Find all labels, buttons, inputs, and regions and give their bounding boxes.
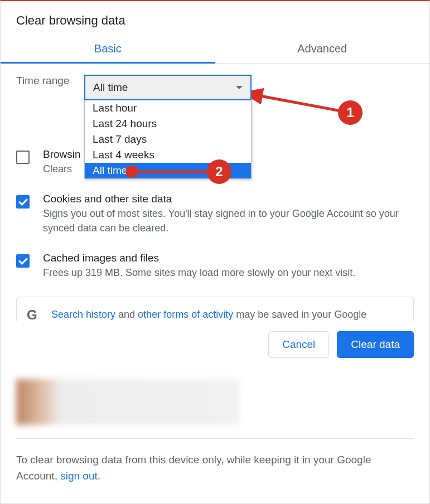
annotation-badge-2: 2 [207, 159, 231, 184]
below-dialog-area: To clear browsing data from this device … [1, 368, 429, 500]
dialog-title: Clear browsing data [1, 1, 429, 35]
row-cache: Cached images and files Frees up 319 MB.… [16, 252, 414, 280]
checkbox-cookies[interactable] [16, 195, 30, 209]
option-last-hour[interactable]: Last hour [85, 100, 251, 116]
option-last-7-days[interactable]: Last 7 days [85, 132, 251, 147]
time-range-selected: All time [93, 81, 128, 94]
divider [16, 438, 414, 439]
browsing-title: Browsin [43, 148, 81, 161]
cancel-button[interactable]: Cancel [268, 331, 329, 358]
checkbox-cache[interactable] [16, 254, 30, 268]
tab-basic[interactable]: Basic [1, 35, 215, 63]
option-last-24-hours[interactable]: Last 24 hours [85, 116, 251, 132]
option-last-4-weeks[interactable]: Last 4 weeks [85, 147, 251, 163]
cache-title: Cached images and files [43, 252, 355, 264]
link-search-history[interactable]: Search history [51, 309, 115, 320]
google-icon: G [27, 307, 41, 321]
link-other-activity[interactable]: other forms of activity [138, 309, 233, 320]
time-range-label: Time range [16, 75, 69, 87]
time-range-select[interactable]: All time [84, 75, 252, 100]
checkbox-browsing-history[interactable] [16, 151, 30, 164]
cookies-desc: Signs you out of most sites. You'll stay… [43, 206, 414, 235]
row-cookies: Cookies and other site data Signs you ou… [16, 193, 414, 235]
blurred-image [16, 379, 239, 425]
annotation-badge-1: 1 [338, 100, 363, 125]
cache-desc: Frees up 319 MB. Some sites may load mor… [43, 265, 355, 280]
link-sign-out[interactable]: sign out [60, 470, 98, 482]
chevron-down-icon [236, 86, 243, 89]
tab-advanced[interactable]: Advanced [215, 35, 430, 63]
cookies-title: Cookies and other site data [43, 193, 414, 205]
browsing-desc: Clears [43, 162, 81, 176]
google-account-info: G Search history and other forms of acti… [16, 297, 414, 321]
clear-data-button[interactable]: Clear data [337, 331, 414, 358]
clear-browsing-data-dialog: Clear browsing data Basic Advanced Time … [0, 0, 430, 504]
bottom-note: To clear browsing data from this device … [16, 452, 414, 484]
tab-bar: Basic Advanced [1, 35, 429, 64]
dialog-footer: Cancel Clear data [1, 321, 429, 368]
content-scroll[interactable]: Time range All time Last hour Last 24 ho… [1, 64, 429, 321]
info-text: Search history and other forms of activi… [51, 307, 403, 321]
